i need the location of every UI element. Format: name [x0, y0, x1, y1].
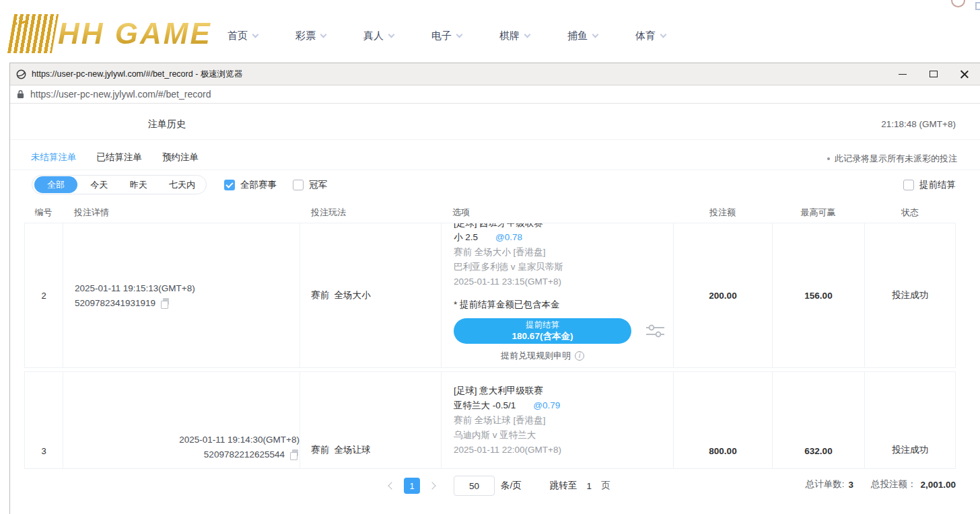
chevron-down-icon: [320, 32, 327, 38]
bet-amount: 800.00: [674, 372, 773, 468]
row-id: 3: [25, 372, 63, 468]
bullet-icon: [827, 157, 830, 160]
tab-unsettled[interactable]: 未结算注单: [31, 151, 77, 163]
close-button[interactable]: [949, 63, 980, 85]
prev-page-icon[interactable]: [388, 482, 395, 489]
sliders-icon[interactable]: [646, 324, 664, 338]
bet-number: 5209782341931919: [75, 298, 155, 308]
copy-icon[interactable]: [289, 449, 300, 460]
chevron-down-icon: [388, 32, 395, 38]
url-bar[interactable]: https://user-pc-new.jylywl.com/#/bet_rec…: [10, 85, 980, 104]
divider: [10, 139, 980, 140]
date-filter-yesterday[interactable]: 昨天: [121, 177, 156, 192]
chevron-down-icon: [456, 32, 463, 38]
checkbox-unchecked-icon[interactable]: [293, 180, 304, 190]
header-detail: 投注详情: [63, 207, 300, 219]
bet-detail-cell: 2025-01-11 19:15:13(GMT+8) 5209782341931…: [63, 223, 300, 367]
clock: 21:18:48 (GMT+8): [881, 119, 956, 129]
option-market: 赛前 全场大小 [香港盘]: [454, 245, 673, 260]
option-selection-line: 小 2.5@0.78: [454, 230, 673, 245]
option-league: [足球] 西班牙甲级联赛: [454, 223, 673, 230]
early-cashout-rules-link[interactable]: 提前兑现规则申明: [454, 350, 631, 362]
browser-window: https://user-pc-new.jylywl.com/#/bet_rec…: [9, 63, 980, 514]
all-events-checkbox[interactable]: 全部赛事: [224, 179, 277, 191]
nav-item-slots[interactable]: 电子: [431, 30, 462, 42]
tab-settled[interactable]: 已结算注单: [97, 151, 143, 163]
nav-label: 首页: [228, 30, 248, 42]
total-count-label: 总计单数:: [806, 478, 845, 490]
option-selection: 亚特兰大 -0.5/1: [454, 400, 516, 410]
checkbox-checked-icon[interactable]: [224, 180, 235, 190]
nav-item-cards[interactable]: 棋牌: [499, 30, 530, 42]
header-amount: 投注额: [673, 207, 772, 219]
window-titlebar[interactable]: https://user-pc-new.jylywl.com/#/bet_rec…: [10, 63, 980, 85]
status-badge: 投注成功: [865, 372, 955, 468]
page-size-input[interactable]: [454, 476, 495, 496]
lock-icon: [17, 89, 24, 99]
logo-stripes-icon: [7, 14, 59, 53]
record-note-text: 此记录将显示所有未派彩的投注: [835, 153, 957, 165]
per-page-label: 条/页: [501, 480, 522, 492]
option-time: 2025-01-11 22:00(GMT+8): [454, 443, 673, 457]
page-content: 注单历史 21:18:48 (GMT+8) 未结算注单 已结算注单 预约注单 此…: [10, 104, 980, 514]
option-selection-line: 亚特兰大 -0.5/1@0.79: [454, 398, 673, 413]
nav-label: 捕鱼: [567, 30, 588, 42]
bet-time: 2025-01-11 19:15:13(GMT+8): [75, 283, 300, 293]
status-badge: 投注成功: [865, 223, 955, 367]
copy-icon[interactable]: [160, 298, 170, 308]
option-match: 巴利亚多利德 v 皇家贝蒂斯: [454, 260, 673, 274]
page-title: 注单历史: [148, 118, 186, 131]
maximize-button[interactable]: [918, 63, 949, 85]
nav-item-sports[interactable]: 体育: [635, 30, 666, 42]
maximize-icon: [930, 71, 938, 77]
bet-detail-cell: 2025-01-11 19:14:30(GMT+8) 5209782212625…: [63, 372, 300, 468]
minimize-button[interactable]: [887, 63, 918, 85]
date-filter-all[interactable]: 全部: [34, 176, 77, 193]
total-count-value: 3: [848, 480, 853, 490]
option-league-clipped: [足球] 西班牙甲级联赛: [454, 223, 673, 230]
header-id: 编号: [24, 207, 63, 219]
header-play: 投注玩法: [300, 207, 441, 219]
date-filter-today[interactable]: 今天: [81, 177, 116, 192]
totals-summary: 总计单数: 3 总投注额： 2,001.00: [806, 478, 956, 490]
nav-item-lottery[interactable]: 彩票: [295, 30, 326, 42]
option-odds: @0.78: [495, 232, 522, 242]
table-row: 2 2025-01-11 19:15:13(GMT+8) 52097823419…: [24, 223, 956, 368]
early-settle-checkbox[interactable]: 提前结算: [903, 179, 956, 191]
screen: HH GAME 首页 彩票 真人 电子 棋牌 捕鱼 体育 https://use…: [0, 0, 980, 514]
clipped-avatar-icon: [951, 0, 965, 7]
bet-time: 2025-01-11 19:14:30(GMT+8): [179, 435, 300, 445]
table-row: 3 2025-01-11 19:14:30(GMT+8) 52097822126…: [24, 371, 956, 469]
chevron-down-icon: [592, 32, 599, 38]
early-settle-button[interactable]: 提前结算 180.67(含本金): [454, 318, 631, 344]
date-filter-7days[interactable]: 七天内: [160, 177, 204, 192]
site-header: HH GAME 首页 彩票 真人 电子 棋牌 捕鱼 体育: [0, 0, 980, 62]
nav-item-fishing[interactable]: 捕鱼: [567, 30, 598, 42]
logo-text: HH GAME: [58, 17, 212, 50]
option-league: [足球] 意大利甲级联赛: [454, 383, 673, 398]
champion-checkbox[interactable]: 冠军: [293, 179, 327, 191]
option-cell: [足球] 意大利甲级联赛 亚特兰大 -0.5/1@0.79 赛前 全场让球 [香…: [442, 372, 674, 468]
pagination: 1 条/页 跳转至 页: [389, 474, 610, 497]
page-number-button[interactable]: 1: [404, 478, 420, 494]
next-page-icon[interactable]: [428, 482, 435, 489]
jump-page-input[interactable]: [577, 481, 601, 491]
total-amount-value: 2,001.00: [920, 480, 956, 490]
bet-number-line: 5209782341931919: [75, 298, 300, 308]
nav-label: 棋牌: [499, 30, 520, 42]
total-amount-label: 总投注额：: [871, 478, 917, 490]
tab-reserved[interactable]: 预约注单: [162, 151, 199, 163]
url-text[interactable]: https://user-pc-new.jylywl.com/#/bet_rec…: [30, 89, 211, 100]
nav-item-live[interactable]: 真人: [363, 30, 394, 42]
nav-item-home[interactable]: 首页: [228, 30, 258, 42]
option-cell: [足球] 西班牙甲级联赛 小 2.5@0.78 赛前 全场大小 [香港盘] 巴利…: [442, 223, 674, 367]
nav-label: 体育: [635, 30, 656, 42]
site-logo[interactable]: HH GAME: [11, 13, 212, 54]
globe-icon: [16, 69, 26, 79]
checkbox-unchecked-icon[interactable]: [903, 180, 914, 190]
info-icon[interactable]: [575, 351, 584, 361]
event-filters: 全部赛事 冠军: [224, 179, 327, 191]
minimize-icon: [899, 74, 907, 75]
option-market: 赛前 全场让球 [香港盘]: [454, 413, 673, 428]
chevron-down-icon: [524, 32, 531, 38]
